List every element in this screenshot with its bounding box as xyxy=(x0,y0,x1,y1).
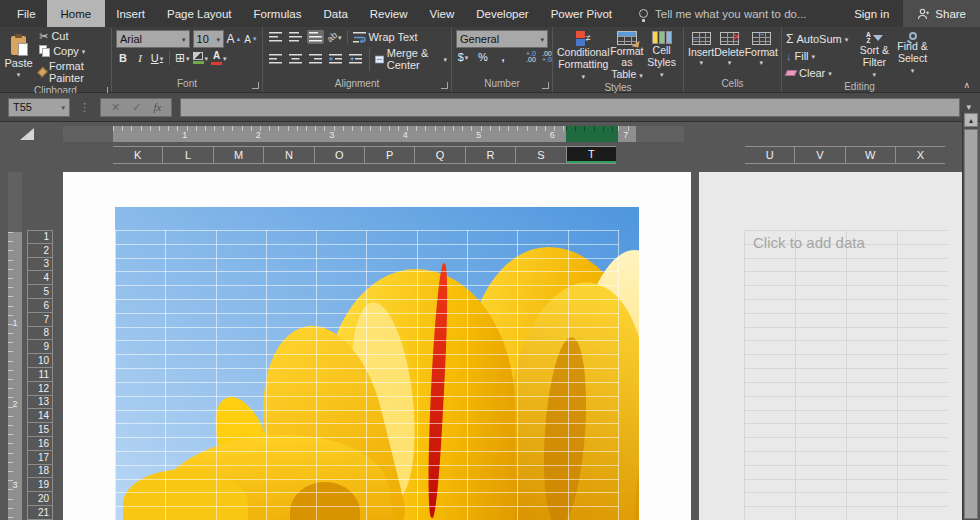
paste-button[interactable]: Paste ▾ xyxy=(4,30,33,84)
expand-formula-bar-icon[interactable]: ▾ xyxy=(966,102,971,112)
align-middle-button[interactable] xyxy=(287,30,304,44)
vertical-ruler[interactable]: 123 xyxy=(8,172,22,520)
dialog-launcher-icon[interactable] xyxy=(441,82,448,89)
increase-indent-button[interactable] xyxy=(347,52,364,66)
column-header[interactable]: O xyxy=(314,147,364,163)
ribbon-tab[interactable]: Page Layout xyxy=(156,0,243,27)
column-header[interactable]: W xyxy=(845,147,895,163)
ribbon-tab[interactable]: Review xyxy=(359,0,419,27)
row-header[interactable]: 14 xyxy=(27,409,53,423)
column-header[interactable]: V xyxy=(794,147,844,163)
sort-filter-button[interactable]: AZ Sort & Filter ▾ xyxy=(857,30,892,80)
insert-function-button[interactable]: fx xyxy=(153,101,161,113)
find-select-button[interactable]: Find & Select ▾ xyxy=(892,30,933,80)
column-header[interactable]: M xyxy=(213,147,263,163)
ribbon-tab[interactable]: View xyxy=(419,0,466,27)
worksheet-page-1[interactable] xyxy=(63,172,691,520)
row-header[interactable]: 11 xyxy=(27,368,53,382)
align-top-button[interactable] xyxy=(267,30,284,44)
row-header[interactable]: 2 xyxy=(27,244,53,258)
click-to-add-data-placeholder[interactable]: Click to add data xyxy=(753,234,865,251)
orientation-button[interactable]: ab▾ xyxy=(327,32,342,42)
shrink-font-button[interactable]: A▼ xyxy=(244,34,258,45)
column-header[interactable]: S xyxy=(515,147,565,163)
comma-format-button[interactable]: , xyxy=(496,51,510,63)
bold-button[interactable]: B xyxy=(116,52,130,64)
fill-color-button[interactable]: ▾ xyxy=(193,52,209,64)
fill-button[interactable]: ↓ Fill ▾ xyxy=(786,49,857,63)
collapse-ribbon-icon[interactable]: ∧ xyxy=(963,80,970,90)
decrease-indent-button[interactable] xyxy=(327,52,344,66)
enter-button[interactable]: ✓ xyxy=(132,101,141,114)
vertical-scrollbar[interactable]: ▲ xyxy=(962,112,978,520)
align-right-button[interactable] xyxy=(307,52,324,66)
ribbon-tab[interactable]: Formulas xyxy=(243,0,313,27)
wrap-text-button[interactable]: Wrap Text xyxy=(353,31,418,43)
format-as-table-button[interactable]: Format as Table ▾ xyxy=(610,29,645,81)
ribbon-tab[interactable]: Data xyxy=(313,0,359,27)
italic-button[interactable]: I xyxy=(133,52,147,64)
format-cells-button[interactable]: ↔ Format ▾ xyxy=(745,29,778,77)
dialog-launcher-icon[interactable] xyxy=(252,82,259,89)
currency-format-button[interactable]: $▾ xyxy=(456,51,470,63)
autosum-button[interactable]: Σ AutoSum ▾ xyxy=(786,32,857,46)
align-bottom-button[interactable] xyxy=(307,30,324,44)
font-color-button[interactable]: A ▾ xyxy=(211,51,227,65)
format-painter-button[interactable]: Format Painter xyxy=(39,60,107,84)
ribbon-tab[interactable]: Power Pivot xyxy=(540,0,623,27)
insert-cells-button[interactable]: ← Insert ▾ xyxy=(688,29,714,77)
row-header[interactable]: 9 xyxy=(27,340,53,354)
sign-in-button[interactable]: Sign in xyxy=(840,0,903,27)
ribbon-tab[interactable]: Developer xyxy=(465,0,539,27)
number-format-select[interactable]: General ▾ xyxy=(456,30,548,48)
column-header[interactable]: X xyxy=(895,147,945,163)
row-header[interactable]: 15 xyxy=(27,423,53,437)
row-header[interactable]: 18 xyxy=(27,465,53,479)
row-header[interactable]: 21 xyxy=(27,506,53,520)
decrease-decimal-button[interactable]: .00+.0 xyxy=(542,51,552,63)
row-header[interactable]: 16 xyxy=(27,437,53,451)
clear-button[interactable]: Clear ▾ xyxy=(786,66,857,80)
worksheet-page-2[interactable]: Click to add data xyxy=(699,172,962,520)
row-header[interactable]: 8 xyxy=(27,327,53,341)
row-header[interactable]: 12 xyxy=(27,382,53,396)
formula-input[interactable] xyxy=(180,98,960,117)
share-button[interactable]: Share xyxy=(903,0,980,27)
percent-format-button[interactable]: % xyxy=(476,51,490,63)
column-header[interactable]: P xyxy=(364,147,414,163)
row-header[interactable]: 19 xyxy=(27,478,53,492)
column-header[interactable]: R xyxy=(465,147,515,163)
font-size-select[interactable]: 10 ▾ xyxy=(193,30,224,48)
horizontal-ruler[interactable]: 1234567 xyxy=(63,126,684,142)
column-header[interactable]: L xyxy=(162,147,212,163)
ribbon-tab[interactable]: Insert xyxy=(105,0,156,27)
scrollbar-thumb[interactable] xyxy=(964,129,978,519)
name-box[interactable]: T55 ▾ xyxy=(8,98,70,117)
column-header[interactable]: Q xyxy=(414,147,464,163)
ribbon-tab[interactable]: File xyxy=(6,0,47,27)
grow-font-button[interactable]: A▲ xyxy=(227,32,241,46)
row-header[interactable]: 10 xyxy=(27,354,53,368)
row-header[interactable]: 13 xyxy=(27,396,53,410)
row-header[interactable]: 3 xyxy=(27,258,53,272)
column-header[interactable]: K xyxy=(113,147,162,163)
borders-button[interactable]: ⊞▾ xyxy=(175,51,190,65)
scroll-up-icon[interactable]: ▲ xyxy=(964,113,978,127)
align-center-button[interactable] xyxy=(287,52,304,66)
align-left-button[interactable] xyxy=(267,52,284,66)
row-header[interactable]: 17 xyxy=(27,451,53,465)
ribbon-tab[interactable]: Home xyxy=(47,0,106,27)
cell-styles-button[interactable]: Cell Styles ▾ xyxy=(644,29,679,81)
row-header[interactable]: 20 xyxy=(27,492,53,506)
cancel-button[interactable]: ✕ xyxy=(111,101,120,114)
row-header[interactable]: 7 xyxy=(27,313,53,327)
formula-bar-resize-handle[interactable]: ⋮ xyxy=(79,101,91,114)
cut-button[interactable]: ✂ Cut xyxy=(39,30,107,42)
font-family-select[interactable]: Arial ▾ xyxy=(116,30,190,48)
increase-decimal-button[interactable]: +.0.00 xyxy=(526,51,536,63)
row-header[interactable]: 4 xyxy=(27,271,53,285)
delete-cells-button[interactable]: ✕ Delete ▾ xyxy=(714,29,744,77)
row-header[interactable]: 1 xyxy=(27,230,53,244)
row-header[interactable]: 5 xyxy=(27,285,53,299)
merge-center-button[interactable]: Merge & Center ▾ xyxy=(375,47,447,71)
